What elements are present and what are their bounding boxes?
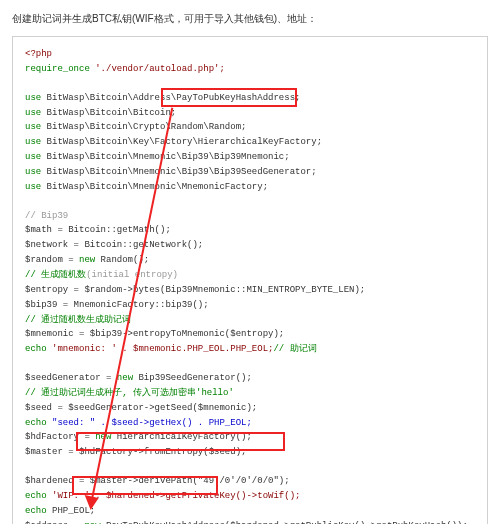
code-text: $hardened = — [25, 476, 90, 486]
code-text: HierarchicalKeyFactory(); — [111, 432, 251, 442]
code-text: BitWasp\Bitcoin\Mnemonic\MnemonicFactory… — [41, 182, 268, 192]
code-text: require_once — [25, 64, 90, 74]
code-text: $hdFactory = — [25, 432, 95, 442]
code-text: new — [79, 255, 95, 265]
page-title: 创建助记词并生成BTC私钥(WIF格式，可用于导入其他钱包)、地址： — [12, 12, 488, 26]
code-text: BitWasp\Bitcoin\Address — [41, 93, 171, 103]
code-text: BitWasp\Bitcoin\Bitcoin; — [41, 108, 176, 118]
code-text: use — [25, 122, 41, 132]
code-text: Random(); — [95, 255, 149, 265]
hl-derive: $master->derivePath("49'/0'/0'/0/0"); — [90, 476, 290, 486]
code-text: $seedGenerator = — [25, 373, 117, 383]
code-text: $bip39 = MnemonicFactory::bip39(); — [25, 300, 209, 310]
code-text: $seed = $seedGenerator->getSeed($mnemoni… — [25, 403, 257, 413]
hl-class-1: \PayToPubKeyHashAddress; — [171, 93, 301, 103]
code-text: $network = Bitcoin::getNetwork(); — [25, 240, 203, 250]
code-text: echo — [25, 418, 47, 428]
comment: // 生成随机数 — [25, 270, 86, 280]
code-text: new — [84, 521, 100, 524]
code-text: BitWasp\Bitcoin\Mnemonic\Bip39\Bip39Mnem… — [41, 152, 289, 162]
comment: // Bip39 — [25, 211, 68, 221]
code-text: $entropy = $random->bytes(Bip39Mnemonic:… — [25, 285, 365, 295]
code-text: $address = — [25, 521, 84, 524]
code-text: $random = — [25, 255, 79, 265]
code-text: new — [117, 373, 133, 383]
code-text: use — [25, 182, 41, 192]
code-text: use — [25, 108, 41, 118]
code-text: use — [25, 93, 41, 103]
code-text: ($hardened->getPublicKey()->getPubKeyHas… — [225, 521, 468, 524]
code-text: BitWasp\Bitcoin\Crypto\Random\Random; — [41, 122, 246, 132]
code-text: 'WIF: ' . $hardened->getPrivateKey()->to… — [47, 491, 301, 501]
code-text: use — [25, 167, 41, 177]
code-block: <?php require_once './vendor/autoload.ph… — [12, 36, 488, 524]
code-text: Bip39SeedGenerator(); — [133, 373, 252, 383]
hl-class-2: PayToPubKeyHashAddress — [101, 521, 225, 524]
code-text: $math = Bitcoin::getMath(); — [25, 225, 171, 235]
code-text: use — [25, 137, 41, 147]
comment: (initial entropy) — [86, 270, 178, 280]
comment: // 通过助记词生成种子, 传入可选加密串'hello' — [25, 388, 234, 398]
code-text: use — [25, 152, 41, 162]
code-text: BitWasp\Bitcoin\Mnemonic\Bip39\Bip39Seed… — [41, 167, 316, 177]
comment: // 助记词 — [273, 344, 316, 354]
code-text: 'mnemonic: ' . $mnemonic.PHP_EOL.PHP_EOL… — [47, 344, 274, 354]
code-text: new — [95, 432, 111, 442]
code-text: echo — [25, 344, 47, 354]
code-text: PHP_EOL; — [47, 506, 96, 516]
code-text: echo — [25, 491, 47, 501]
code-text: BitWasp\Bitcoin\Key\Factory\Hierarchical… — [41, 137, 322, 147]
php-open: <?php — [25, 49, 52, 59]
code-text: "seed: " . $seed->getHex() . PHP_EOL; — [47, 418, 252, 428]
code-text: $master = $hdFactory->fromEntropy($seed)… — [25, 447, 246, 457]
code-text: $mnemonic = $bip39->entropyToMnemonic($e… — [25, 329, 284, 339]
code-text: './vendor/autoload.php'; — [90, 64, 225, 74]
code-text: echo — [25, 506, 47, 516]
comment: // 通过随机数生成助记词 — [25, 315, 131, 325]
